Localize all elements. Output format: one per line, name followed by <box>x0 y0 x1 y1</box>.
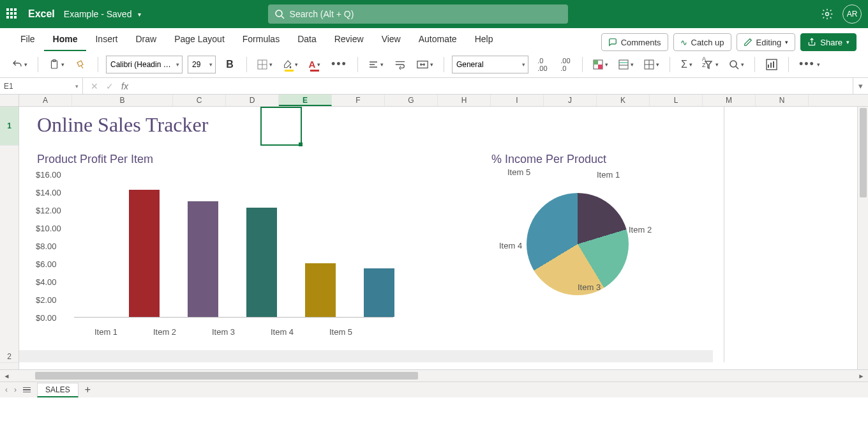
increase-decimal-button[interactable]: .0.00 <box>534 56 551 73</box>
ribbon-tab-view[interactable]: View <box>373 29 410 51</box>
align-button[interactable]: ▾ <box>366 56 386 73</box>
column-header[interactable]: A <box>19 95 72 106</box>
y-tick: $16.00 <box>36 170 61 180</box>
autosum-button[interactable]: Σ▾ <box>678 56 696 73</box>
column-header[interactable]: C <box>173 95 226 106</box>
scroll-right-icon[interactable]: ► <box>856 371 867 381</box>
select-all-corner[interactable] <box>0 95 19 106</box>
ribbon-tab-insert[interactable]: Insert <box>86 29 126 51</box>
formula-input[interactable] <box>136 78 853 94</box>
fill-color-button[interactable]: ▾ <box>280 56 301 73</box>
column-header[interactable]: K <box>597 95 650 106</box>
prev-sheet-icon[interactable]: ‹ <box>5 385 8 394</box>
borders-button[interactable]: ▾ <box>255 56 275 73</box>
wrap-text-button[interactable] <box>391 56 409 73</box>
chevron-down-icon: ▾ <box>785 39 788 45</box>
ribbon-tab-automate[interactable]: Automate <box>410 29 466 51</box>
ribbon-tab-review[interactable]: Review <box>326 29 373 51</box>
avatar[interactable]: AR <box>842 4 862 24</box>
column-header[interactable]: N <box>756 95 809 106</box>
ribbon: FileHomeInsertDrawPage LayoutFormulasDat… <box>0 28 868 51</box>
name-box[interactable]: E1▾ <box>0 78 83 94</box>
paste-button[interactable]: ▾ <box>46 56 67 73</box>
find-button[interactable]: ▾ <box>726 56 747 73</box>
column-header[interactable]: G <box>385 95 438 106</box>
search-container <box>268 4 568 24</box>
x-category: Item 5 <box>315 327 366 337</box>
share-button[interactable]: Share ▾ <box>800 33 857 51</box>
ribbon-tab-data[interactable]: Data <box>288 29 326 51</box>
column-header[interactable]: I <box>491 95 544 106</box>
catchup-button[interactable]: ∿ Catch up <box>673 33 731 51</box>
scroll-left-icon[interactable]: ◄ <box>1 371 12 381</box>
font-color-button[interactable]: A▾ <box>306 56 324 73</box>
undo-button[interactable]: ▾ <box>9 56 30 73</box>
column-header[interactable]: L <box>650 95 703 106</box>
comment-icon <box>608 38 617 47</box>
bar-chart: $0.00$2.00$4.00$6.00$8.00$10.00$12.00$14… <box>36 171 393 337</box>
bar <box>246 208 277 317</box>
font-family-select[interactable]: ▾ <box>106 56 183 73</box>
search-icon <box>274 9 285 19</box>
pulse-icon: ∿ <box>680 38 687 47</box>
app-launcher-icon[interactable] <box>6 8 18 20</box>
analyze-data-button[interactable] <box>763 56 781 73</box>
expand-formula-bar-icon[interactable]: ▾ <box>853 78 868 94</box>
column-header[interactable]: M <box>703 95 756 106</box>
sheet-tab-sales[interactable]: SALES <box>37 383 79 397</box>
y-tick: $4.00 <box>36 277 57 287</box>
merge-button[interactable]: ▾ <box>414 56 436 73</box>
search-input[interactable] <box>268 4 568 24</box>
bar <box>188 201 218 317</box>
pie-label: Item 4 <box>499 241 522 250</box>
row-header[interactable]: 2 <box>0 146 19 363</box>
format-table-button[interactable]: ▾ <box>616 56 636 73</box>
bold-button[interactable]: B <box>221 56 239 73</box>
ribbon-tab-home[interactable]: Home <box>44 29 87 51</box>
cells-area[interactable]: Online Sales Tracker Product Profit Per … <box>19 107 868 369</box>
font-size-select[interactable]: ▾ <box>188 56 216 73</box>
editing-mode-button[interactable]: Editing ▾ <box>737 33 796 51</box>
add-sheet-button[interactable]: + <box>85 384 91 396</box>
gear-icon[interactable] <box>821 8 834 20</box>
cancel-formula-icon[interactable]: ✕ <box>91 81 98 91</box>
ribbon-tab-help[interactable]: Help <box>466 29 502 51</box>
fill-handle[interactable] <box>299 142 303 146</box>
row-header[interactable]: 1 <box>0 107 19 146</box>
svg-point-0 <box>276 10 282 17</box>
column-header[interactable]: E <box>279 95 332 106</box>
pie-chart: Item 1Item 2Item 3Item 4Item 5 <box>504 174 651 321</box>
svg-point-2 <box>825 13 828 16</box>
y-tick: $8.00 <box>36 242 57 251</box>
svg-rect-27 <box>773 61 774 68</box>
more-font-button[interactable]: ••• <box>329 56 350 73</box>
pie-label: Item 1 <box>597 170 620 180</box>
comments-button[interactable]: Comments <box>601 33 668 51</box>
all-sheets-icon[interactable] <box>23 387 31 393</box>
number-format-select[interactable]: ▾ <box>452 56 528 73</box>
fx-icon[interactable]: fx <box>121 81 128 91</box>
more-commands-button[interactable]: •••▾ <box>797 56 823 73</box>
document-title[interactable]: Example - Saved <box>64 9 132 19</box>
conditional-format-button[interactable]: ▾ <box>590 56 611 73</box>
decrease-decimal-button[interactable]: .00.0 <box>557 56 574 73</box>
sheet-tab-bar: ‹ › SALES + <box>0 381 868 397</box>
column-header[interactable]: J <box>544 95 597 106</box>
ribbon-tab-file[interactable]: File <box>11 29 44 51</box>
sort-filter-button[interactable]: AZ▾ <box>701 56 721 73</box>
enter-formula-icon[interactable]: ✓ <box>106 81 114 91</box>
next-sheet-icon[interactable]: › <box>14 385 17 394</box>
ribbon-tab-formulas[interactable]: Formulas <box>234 29 288 51</box>
horizontal-scrollbar[interactable]: ◄ ► <box>0 369 868 381</box>
format-painter-button[interactable] <box>72 56 90 73</box>
svg-rect-15 <box>598 65 602 69</box>
column-header[interactable]: F <box>332 95 385 106</box>
column-header[interactable]: D <box>226 95 279 106</box>
vertical-scrollbar[interactable] <box>857 107 868 381</box>
ribbon-tab-page-layout[interactable]: Page Layout <box>165 29 234 51</box>
column-header[interactable]: B <box>72 95 173 106</box>
cell-styles-button[interactable]: ▾ <box>641 56 662 73</box>
ribbon-tab-draw[interactable]: Draw <box>126 29 165 51</box>
chevron-down-icon[interactable]: ▾ <box>138 11 141 18</box>
column-header[interactable]: H <box>438 95 491 106</box>
